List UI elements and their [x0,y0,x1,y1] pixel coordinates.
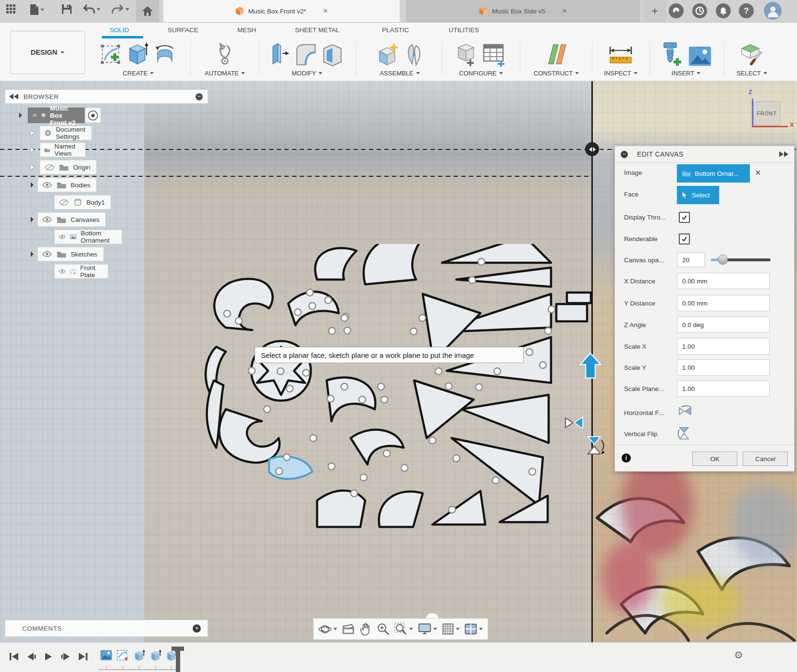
tree-item-front-plate[interactable]: Front Plate [54,264,108,279]
timeline-feature-extrude-2[interactable] [149,649,161,662]
file-menu-button[interactable] [30,4,44,15]
select-icon[interactable] [739,42,765,67]
timeline-step-back-button[interactable] [24,650,38,663]
eye-icon[interactable] [59,268,66,275]
eye-off-icon[interactable] [59,199,69,206]
display-settings-tool[interactable] [418,623,437,635]
notifications-bell-icon[interactable] [716,3,731,18]
dock-dialog-icon[interactable] [779,151,788,157]
vertical-flip-handle[interactable] [584,434,607,458]
document-tab-active[interactable]: Music Box Front v2* × [163,0,400,22]
eye-icon[interactable] [32,112,37,119]
expand-triangle-icon[interactable] [31,131,34,135]
tree-item-bottom-ornament[interactable]: Bottom Ornament [54,230,122,244]
configuration-table-icon[interactable] [482,43,506,67]
viewports-tool[interactable] [465,623,483,635]
timeline-feature-sketch[interactable] [116,649,129,662]
display-through-checkbox[interactable] [679,212,690,223]
orbit-tool[interactable] [319,623,337,635]
eye-icon[interactable] [42,182,52,188]
collapse-dialog-icon[interactable]: − [621,151,628,158]
group-automate-label[interactable]: AUTOMATE [205,70,239,77]
group-select-label[interactable]: SELECT [736,70,761,77]
tab-surface[interactable]: SURFACE [168,26,198,34]
document-tab-inactive[interactable]: Music Box Side v5 × [406,0,640,22]
user-avatar[interactable] [764,2,782,20]
z-angle-input[interactable]: 0.0 deg [677,317,770,333]
group-assemble-label[interactable]: ASSEMBLE [380,70,413,77]
zoom-tool[interactable] [377,623,390,635]
app-grid-icon[interactable] [6,4,16,14]
timeline-feature-canvas[interactable] [100,649,112,662]
construct-plane-icon[interactable] [544,42,569,67]
timeline-settings-gear-icon[interactable]: ⚙ [734,649,743,661]
tree-item-sketches[interactable]: Sketches [29,247,104,261]
horizontal-flip-handle[interactable] [563,414,585,431]
eye-icon[interactable] [42,216,52,223]
tree-item-root[interactable]: Music Box Front v2 [17,108,101,123]
create-sketch-icon[interactable] [100,44,122,67]
timeline-play-button[interactable] [41,650,56,663]
expand-triangle-icon[interactable] [28,217,33,222]
group-insert-label[interactable]: INSERT [672,70,694,77]
insert-fastener-icon[interactable] [660,41,683,67]
eye-off-icon[interactable] [44,164,55,171]
pan-tool[interactable] [359,623,372,635]
remove-image-icon[interactable]: × [755,167,761,178]
new-component-icon[interactable] [376,42,400,67]
eye-icon[interactable] [42,251,52,257]
shell-icon[interactable] [322,43,343,67]
group-inspect-label[interactable]: INSPECT [604,70,631,77]
scale-plane-input[interactable]: 1.00 [677,380,770,397]
add-comment-icon[interactable]: + [193,624,201,633]
tab-sheet-metal[interactable]: SHEET METAL [295,26,340,34]
viewcube-front-face[interactable]: FRONT [753,101,780,125]
extrude-icon[interactable] [127,42,148,67]
grid-snap-tool[interactable] [442,623,460,635]
close-tab-icon[interactable]: × [323,6,328,16]
tab-utilities[interactable]: UTILITIES [449,26,479,34]
horizontal-flip-button[interactable] [678,405,692,417]
group-configure-label[interactable]: CONFIGURE [459,70,497,77]
comments-bar[interactable]: COMMENTS + [5,620,208,637]
vertical-flip-button[interactable] [678,426,690,440]
y-distance-input[interactable]: 0.00 mm [677,295,770,311]
tab-solid[interactable]: SOLID [110,26,129,34]
undo-button[interactable] [83,4,100,14]
look-at-tool[interactable] [342,623,355,635]
collapse-tree-icon[interactable]: − [196,93,203,100]
insert-canvas-icon[interactable] [688,46,712,67]
x-distance-input[interactable]: 0.00 mm [677,273,770,289]
eye-icon[interactable] [59,233,66,240]
line-drag-handle[interactable] [585,142,599,156]
save-button[interactable] [61,4,72,14]
timeline-go-to-end-button[interactable] [76,650,90,663]
press-pull-icon[interactable] [271,42,290,67]
activate-component-radio[interactable] [88,110,98,121]
ok-button[interactable]: OK [692,452,737,466]
expand-triangle-icon[interactable] [31,147,34,152]
timeline-step-forward-button[interactable] [59,650,73,663]
expand-triangle-icon[interactable] [28,182,33,187]
face-select-button[interactable]: Select [677,186,719,204]
tree-item-canvases[interactable]: Canvases [29,212,106,227]
tab-plastic[interactable]: PLASTIC [382,26,409,34]
tree-item-document-settings[interactable]: ⚙ Document Settings [31,126,92,140]
opacity-slider-knob[interactable] [718,255,728,265]
scale-x-input[interactable]: 1.00 [677,338,770,354]
group-modify-label[interactable]: MODIFY [292,70,316,77]
tree-item-named-views[interactable]: Named Views [31,143,86,157]
image-chip-button[interactable]: Bottom Ornar... [677,164,750,183]
expand-triangle-icon[interactable] [28,251,33,257]
close-tab-icon[interactable]: × [562,6,567,16]
home-button[interactable] [136,0,159,22]
measure-icon[interactable] [607,44,634,67]
browser-header[interactable]: BROWSER − [5,89,208,104]
ornament-sketch[interactable] [202,244,596,642]
automate-icon[interactable] [213,42,236,67]
timeline-go-to-start-button[interactable] [7,650,21,663]
configuration-icon[interactable] [455,42,478,67]
timeline-position-marker[interactable] [176,647,180,672]
group-create-label[interactable]: CREATE [123,70,148,77]
revolve-icon[interactable] [153,43,177,67]
